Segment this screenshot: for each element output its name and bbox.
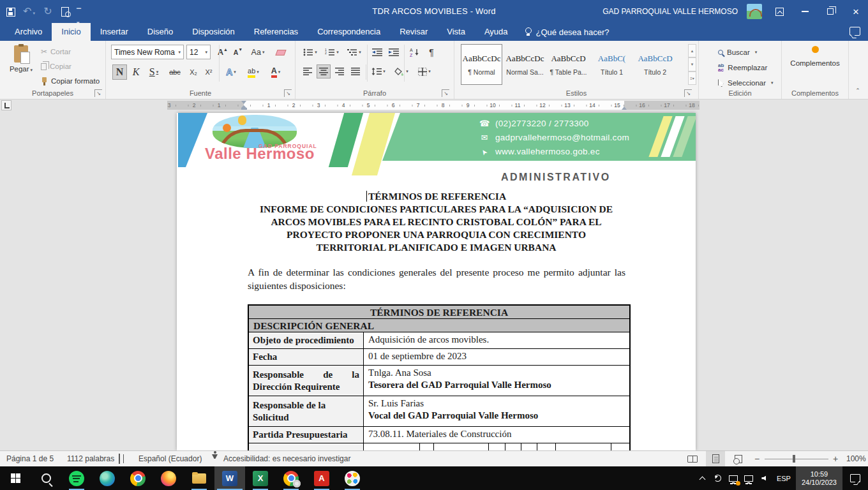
styles-scroll-down[interactable]: ▼ xyxy=(688,57,696,71)
zoom-slider[interactable] xyxy=(765,459,828,459)
search-button[interactable] xyxy=(31,466,61,490)
font-dialog-launcher[interactable]: ↘ xyxy=(284,89,292,97)
zoom-in-button[interactable]: + xyxy=(833,451,838,466)
strikethrough-button[interactable]: abc xyxy=(166,64,184,80)
collapse-ribbon-button[interactable]: ⌃ xyxy=(853,87,863,96)
comments-icon[interactable] xyxy=(849,27,860,36)
copy-button[interactable]: Copiar xyxy=(41,59,71,73)
paste-button[interactable]: Pegar▾ xyxy=(5,43,37,89)
grow-font-button[interactable]: A xyxy=(216,45,230,59)
numbered-list-button[interactable]: 12▾ xyxy=(322,45,341,59)
accessibility-status[interactable]: Accesibilidad: es necesario investigar xyxy=(223,451,350,466)
zoom-slider-thumb[interactable] xyxy=(793,455,795,463)
line-spacing-button[interactable]: ▾ xyxy=(368,64,389,78)
web-layout-button[interactable] xyxy=(729,451,748,466)
word-count[interactable]: 1112 palabras xyxy=(67,451,114,466)
right-indent-marker[interactable] xyxy=(622,107,627,110)
shrink-font-button[interactable]: A xyxy=(231,45,245,59)
account-name[interactable]: GAD PARROQUIAL VALLE HERMOSO xyxy=(602,7,738,16)
style-card[interactable]: AaBbCcDc ¶ Normal xyxy=(461,44,502,85)
tab-disposicion[interactable]: Disposición xyxy=(183,23,244,41)
firefox-app[interactable] xyxy=(153,466,184,490)
account-avatar[interactable] xyxy=(747,4,762,19)
zoom-level[interactable]: 100% xyxy=(846,451,866,466)
tab-stop-selector[interactable] xyxy=(1,100,11,110)
font-size-combo[interactable]: 12▾ xyxy=(186,45,211,59)
align-center-button[interactable] xyxy=(317,64,331,78)
superscript-button[interactable]: X² xyxy=(202,64,216,80)
style-card[interactable]: AaBbCcD ¶ Table Pa... xyxy=(548,44,589,85)
style-card[interactable]: AaBbCcDc Normal Sa... xyxy=(504,44,546,85)
restore-button[interactable] xyxy=(822,3,839,20)
tell-me-box[interactable]: ¿Qué desea hacer? xyxy=(518,23,617,41)
page-indicator[interactable]: Página 1 de 5 xyxy=(6,451,54,466)
format-painter-button[interactable]: Copiar formato xyxy=(41,74,100,88)
clear-formatting-button[interactable] xyxy=(273,45,288,59)
ribbon-display-options-button[interactable] xyxy=(771,3,788,20)
document-page[interactable]: Valle Hermoso GAD PARROQUIAL (02)2773220… xyxy=(177,113,696,450)
replace-button[interactable]: abac Reemplazar xyxy=(718,61,767,75)
show-marks-button[interactable]: ¶ xyxy=(424,45,438,59)
chrome-meet-app[interactable] xyxy=(276,466,306,490)
cut-button[interactable]: ✂ Cortar xyxy=(41,45,71,59)
multilevel-list-button[interactable]: ▾ xyxy=(344,45,364,59)
language-indicator[interactable]: Español (Ecuador) xyxy=(138,451,202,466)
text-effects-button[interactable]: A▾ xyxy=(221,64,241,80)
spotify-app[interactable] xyxy=(61,466,92,490)
print-layout-button[interactable] xyxy=(706,451,725,466)
select-button[interactable]: Seleccionar▾ xyxy=(718,76,774,90)
close-button[interactable]: × xyxy=(848,3,864,20)
minimize-button[interactable] xyxy=(797,3,813,20)
tab-revisar[interactable]: Revisar xyxy=(390,23,437,41)
bold-button[interactable]: N xyxy=(112,64,127,80)
tab-referencias[interactable]: Referencias xyxy=(244,23,308,41)
styles-gallery-expand[interactable]: ≡▾ xyxy=(688,71,696,85)
highlight-color-button[interactable]: ab▾ xyxy=(243,64,264,80)
sort-button[interactable]: AZ xyxy=(407,45,423,59)
find-button[interactable]: Buscar▾ xyxy=(718,45,757,59)
increase-indent-button[interactable] xyxy=(386,45,401,59)
bullet-list-button[interactable]: ▾ xyxy=(301,45,320,59)
subscript-button[interactable]: X₂ xyxy=(186,64,200,80)
sync-tray-icon[interactable] xyxy=(710,466,726,490)
tab-correspondencia[interactable]: Correspondencia xyxy=(308,23,390,41)
screen-share-tray-icon[interactable] xyxy=(726,466,741,490)
first-line-indent-marker[interactable] xyxy=(241,101,246,104)
italic-button[interactable]: K xyxy=(130,64,142,80)
justify-button[interactable] xyxy=(348,64,363,78)
horizontal-ruler[interactable]: 123123456789101112131415161718 xyxy=(167,101,700,110)
align-right-button[interactable] xyxy=(333,64,347,78)
proofing-icon[interactable] xyxy=(119,451,120,466)
paragraph-dialog-launcher[interactable]: ↘ xyxy=(442,89,449,97)
decrease-indent-button[interactable] xyxy=(370,45,385,59)
borders-button[interactable]: ▾ xyxy=(414,64,435,78)
tab-insertar[interactable]: Insertar xyxy=(91,23,138,41)
zoom-out-button[interactable]: − xyxy=(754,451,760,466)
clipboard-dialog-launcher[interactable]: ↘ xyxy=(94,89,102,97)
tab-ayuda[interactable]: Ayuda xyxy=(475,23,518,41)
action-center-icon[interactable] xyxy=(850,474,860,482)
network-tray-icon[interactable] xyxy=(741,466,756,490)
left-indent-marker[interactable] xyxy=(241,108,247,110)
keyboard-language[interactable]: ESP xyxy=(772,475,796,482)
styles-scroll-up[interactable]: ▲ xyxy=(688,44,696,57)
tab-diseno[interactable]: Diseño xyxy=(138,23,183,41)
font-color-button[interactable]: A▾ xyxy=(266,64,285,80)
change-case-button[interactable]: Aa▾ xyxy=(248,45,268,59)
hidden-icons-chevron[interactable] xyxy=(695,466,710,490)
clock[interactable]: 10:59 24/10/2023 xyxy=(796,466,842,490)
tab-vista[interactable]: Vista xyxy=(437,23,475,41)
tab-archivo[interactable]: Archivo xyxy=(5,23,52,41)
style-card[interactable]: AaBbC( Título 1 xyxy=(591,44,632,85)
volume-tray-icon[interactable] xyxy=(756,466,772,490)
chrome-app[interactable] xyxy=(123,466,153,490)
read-mode-button[interactable] xyxy=(683,451,702,466)
start-button[interactable] xyxy=(0,466,31,490)
style-card[interactable]: AaBbCcD Título 2 xyxy=(634,44,676,85)
align-left-button[interactable] xyxy=(301,64,315,78)
font-name-combo[interactable]: Times New Roma▾ xyxy=(111,45,184,59)
acrobat-app[interactable] xyxy=(306,466,337,490)
styles-dialog-launcher[interactable]: ↘ xyxy=(684,89,692,97)
edge-app[interactable] xyxy=(92,466,123,490)
addins-button[interactable]: Complementos xyxy=(782,46,848,67)
